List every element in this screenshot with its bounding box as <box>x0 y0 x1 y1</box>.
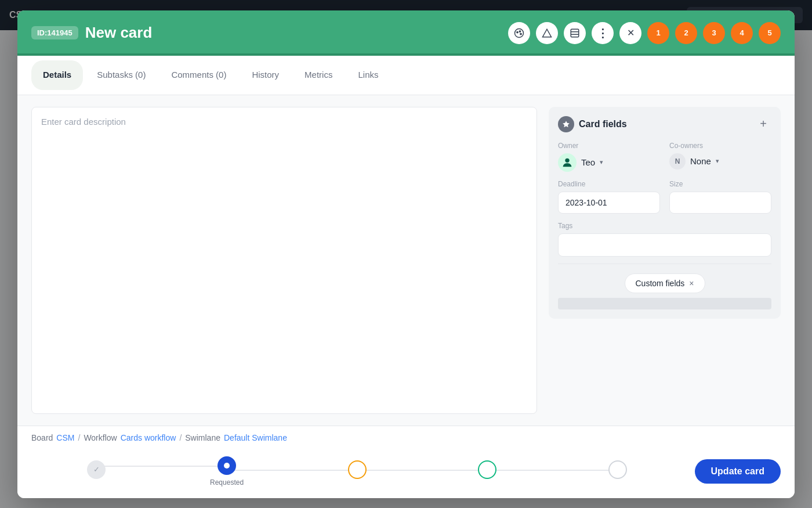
csm-link[interactable]: CSM <box>56 433 74 442</box>
custom-fields-button[interactable]: Custom fields × <box>625 273 705 293</box>
owner-avatar <box>558 153 577 172</box>
card-id-badge: ID:141945 <box>31 26 78 39</box>
close-button[interactable]: ✕ <box>619 22 641 44</box>
divider <box>558 264 771 264</box>
tab-metrics[interactable]: Metrics <box>293 60 344 90</box>
card-fields-header-left: Card fields <box>558 116 627 132</box>
tags-label: Tags <box>558 222 771 230</box>
status-step-3[interactable] <box>292 460 422 482</box>
svg-point-3 <box>520 33 521 34</box>
owner-label: Owner <box>558 142 660 150</box>
avatar-5[interactable]: 5 <box>759 22 781 44</box>
modal-body: Enter card description Card fields <box>17 95 795 426</box>
modal-tabs: Details Subtasks (0) Comments (0) Histor… <box>17 56 795 95</box>
tab-history[interactable]: History <box>240 60 291 90</box>
board-label: Board <box>31 433 53 442</box>
step-label-2: Requested <box>210 478 244 487</box>
status-step-1: ✓ <box>31 460 162 482</box>
default-swimlane-link[interactable]: Default Swimlane <box>224 433 287 442</box>
modal-overlay: ID:141945 New card <box>0 0 812 508</box>
status-step-2[interactable]: Requested <box>162 456 292 487</box>
co-owners-chevron-icon: ▾ <box>716 157 719 165</box>
palette-button[interactable] <box>508 22 530 44</box>
svg-point-1 <box>517 31 518 33</box>
step-circle-1: ✓ <box>87 460 106 479</box>
swimlane-label: Swimlane <box>185 433 220 442</box>
layout-button[interactable] <box>564 22 586 44</box>
status-step-4[interactable] <box>422 460 553 482</box>
deadline-row: Deadline Size <box>558 180 771 214</box>
size-field: Size <box>669 180 771 214</box>
step-circle-3 <box>348 460 367 479</box>
owner-chevron-icon: ▾ <box>600 158 603 166</box>
svg-point-2 <box>519 30 520 31</box>
cards-workflow-link[interactable]: Cards workflow <box>121 433 176 442</box>
tags-field: Tags <box>558 222 771 257</box>
modal-header: ID:141945 New card <box>17 10 795 53</box>
co-owner-badge: N <box>669 153 686 170</box>
custom-fields-close-icon: × <box>689 279 694 288</box>
co-owners-value: None <box>690 156 711 166</box>
update-card-button[interactable]: Update card <box>695 459 781 484</box>
tags-input[interactable] <box>558 233 771 257</box>
avatar-4[interactable]: 4 <box>731 22 753 44</box>
deadline-field: Deadline <box>558 180 660 214</box>
check-icon: ✓ <box>93 465 100 474</box>
card-fields-section: Card fields + Owner <box>549 107 781 319</box>
svg-point-0 <box>515 28 524 37</box>
header-right: ⋮ ✕ 1 2 3 4 5 <box>508 22 781 44</box>
step-circle-2 <box>217 456 236 475</box>
tab-subtasks[interactable]: Subtasks (0) <box>85 60 157 90</box>
custom-fields-container: Custom fields × <box>558 269 771 293</box>
card-title[interactable]: New card <box>85 24 153 42</box>
owner-field: Owner Teo ▾ <box>558 142 660 172</box>
avatar-1[interactable]: 1 <box>647 22 669 44</box>
owner-control[interactable]: Teo ▾ <box>558 153 660 172</box>
card-modal: ID:141945 New card <box>17 10 795 498</box>
card-fields-icon <box>558 116 574 132</box>
owner-name: Teo <box>581 157 595 167</box>
avatar-3[interactable]: 3 <box>703 22 725 44</box>
footer-status: ✓ Requested <box>17 449 795 498</box>
size-label: Size <box>669 180 771 188</box>
header-left: ID:141945 New card <box>31 24 152 42</box>
svg-rect-4 <box>571 29 579 37</box>
triangle-button[interactable] <box>536 22 558 44</box>
co-owners-field: Co-owners N None ▾ <box>669 142 771 172</box>
tab-links[interactable]: Links <box>346 60 390 90</box>
description-area[interactable]: Enter card description <box>31 107 537 414</box>
extra-section <box>558 298 771 309</box>
co-owners-label: Co-owners <box>669 142 771 150</box>
breadcrumb: Board CSM / Workflow Cards workflow / Sw… <box>17 426 795 449</box>
sep-1: / <box>78 433 80 442</box>
sep-2: / <box>179 433 182 442</box>
more-button[interactable]: ⋮ <box>592 22 614 44</box>
add-field-button[interactable]: + <box>755 116 771 132</box>
deadline-input[interactable] <box>558 192 660 214</box>
workflow-label: Workflow <box>84 433 117 442</box>
description-placeholder: Enter card description <box>41 117 126 127</box>
card-fields-header: Card fields + <box>558 116 771 132</box>
svg-point-7 <box>565 158 569 162</box>
status-steps: ✓ Requested <box>31 456 683 487</box>
status-step-5[interactable] <box>553 460 683 482</box>
co-owners-control[interactable]: N None ▾ <box>669 153 771 170</box>
avatar-2[interactable]: 2 <box>675 22 697 44</box>
tab-comments[interactable]: Comments (0) <box>160 60 238 90</box>
step-circle-5 <box>608 460 627 479</box>
deadline-label: Deadline <box>558 180 660 188</box>
step-circle-4 <box>478 460 496 479</box>
owner-row: Owner Teo ▾ <box>558 142 771 172</box>
card-fields-title: Card fields <box>579 119 627 129</box>
tab-details[interactable]: Details <box>31 60 83 90</box>
custom-fields-label: Custom fields <box>636 279 685 288</box>
size-input[interactable] <box>669 192 771 214</box>
right-sidebar: Card fields + Owner <box>549 107 781 414</box>
